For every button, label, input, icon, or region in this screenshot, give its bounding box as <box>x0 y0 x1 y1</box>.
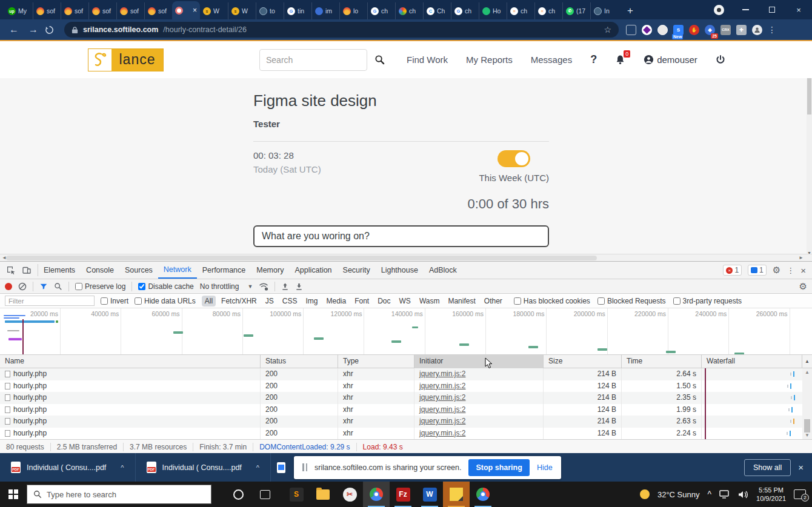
gem-extension-icon[interactable]: ◆25 <box>705 25 715 35</box>
chrome-profile-taskbar-icon[interactable] <box>470 482 496 507</box>
hidden-icons-chevron[interactable]: ^ <box>707 489 711 499</box>
action-center-icon[interactable]: 2 <box>794 489 806 499</box>
browser-tab[interactable]: Gch <box>367 2 395 19</box>
initiator-link[interactable]: jquery.min.js:2 <box>419 368 465 380</box>
taskbar-search[interactable]: Type here to search <box>27 485 211 504</box>
show-all-downloads-button[interactable]: Show all <box>744 459 791 476</box>
chrome-menu-icon[interactable]: ⋮ <box>768 25 776 35</box>
import-har-icon[interactable] <box>281 282 289 291</box>
download-chevron-icon[interactable]: ^ <box>256 464 259 471</box>
user-menu[interactable]: demouser <box>644 55 697 65</box>
gray-extension-icon[interactable] <box>657 25 668 35</box>
new-tab-button[interactable]: + <box>622 2 639 19</box>
back-button[interactable]: ← <box>6 24 22 35</box>
column-header-waterfall[interactable]: Waterfall <box>702 355 802 368</box>
address-bar[interactable]: srilance.softileo.com/hourly-contract-de… <box>64 22 619 38</box>
initiator-link[interactable]: jquery.min.js:2 <box>419 416 465 427</box>
devtools-tab-application[interactable]: Application <box>289 262 337 279</box>
site-search-icon[interactable] <box>374 55 385 65</box>
device-toolbar-icon[interactable] <box>22 265 32 275</box>
stop-sharing-button[interactable]: Stop sharing <box>468 459 529 476</box>
page-vertical-scrollbar[interactable]: ▼ <box>807 78 812 255</box>
chrome-taskbar-icon[interactable] <box>363 482 390 507</box>
browser-tab[interactable]: In <box>590 2 618 19</box>
browser-tab[interactable]: sof <box>33 2 61 19</box>
network-request-row[interactable]: hourly.php200xhrjquery.min.js:2124 B2.24… <box>0 428 812 440</box>
inspect-element-icon[interactable] <box>6 265 16 275</box>
initiator-link[interactable]: jquery.min.js:2 <box>419 380 465 392</box>
column-header-status[interactable]: Status <box>261 355 338 368</box>
browser-tab[interactable]: sof <box>144 2 172 19</box>
working-on-input[interactable] <box>253 225 549 247</box>
devtools-tab-security[interactable]: Security <box>338 262 376 279</box>
browser-profile-icon[interactable] <box>705 0 732 19</box>
filter-chip-all[interactable]: All <box>202 296 216 307</box>
column-header-time[interactable]: Time <box>622 355 702 368</box>
close-button[interactable]: × <box>785 0 812 19</box>
browser-tab[interactable]: Ho <box>479 2 507 19</box>
filter-chip-wasm[interactable]: Wasm <box>416 296 443 307</box>
maximize-button[interactable] <box>759 0 785 19</box>
filter-chip-manifest[interactable]: Manifest <box>445 296 478 307</box>
download-item[interactable]: PDFIndividual ( Consu....pdf^ <box>136 453 271 482</box>
column-header-name[interactable]: Name <box>0 355 261 368</box>
filter-chip-fetch-xhr[interactable]: Fetch/XHR <box>218 296 260 307</box>
browser-tab[interactable]: sof <box>61 2 88 19</box>
weather-text[interactable]: 32°C Sunny <box>657 490 700 499</box>
volume-icon[interactable] <box>738 490 748 499</box>
site-search-input[interactable] <box>259 49 367 71</box>
download-item[interactable]: PDFIndividual ( Consu....pdf^ <box>0 453 136 482</box>
reload-button[interactable] <box>45 25 61 35</box>
network-request-row[interactable]: hourly.php200xhrjquery.min.js:2214 B2.64… <box>0 368 812 380</box>
invert-checkbox[interactable]: Invert <box>101 297 128 305</box>
record-icon[interactable] <box>5 283 12 290</box>
devtools-tab-elements[interactable]: Elements <box>38 262 81 279</box>
document-download-icon[interactable] <box>277 462 285 473</box>
bookmark-star-icon[interactable]: ☆ <box>604 25 611 35</box>
devtools-settings-icon[interactable]: ⚙ <box>773 265 780 276</box>
sublime-text-icon[interactable]: S <box>283 482 310 507</box>
browser-tab[interactable]: ✆(17 <box>562 2 590 19</box>
download-chevron-icon[interactable]: ^ <box>121 464 124 471</box>
start-button[interactable] <box>0 482 27 507</box>
initiator-link[interactable]: jquery.min.js:2 <box>419 404 465 416</box>
network-filter-input[interactable] <box>5 296 95 306</box>
filezilla-icon[interactable]: Fz <box>390 482 416 507</box>
browser-tab[interactable]: Gtin <box>284 2 311 19</box>
weather-sun-icon[interactable] <box>640 489 650 499</box>
devtools-tab-adblock[interactable]: AdBlock <box>424 262 462 279</box>
filter-chip-doc[interactable]: Doc <box>374 296 393 307</box>
close-downloads-icon[interactable]: × <box>798 462 804 472</box>
console-message-badge[interactable]: 1 <box>748 265 767 276</box>
network-overview-timeline[interactable]: 20000 ms40000 ms60000 ms80000 ms100000 m… <box>0 308 812 355</box>
devtools-tab-lighthouse[interactable]: Lighthouse <box>376 262 424 279</box>
network-tray-icon[interactable] <box>719 490 730 499</box>
browser-tab[interactable]: ≡ch <box>534 2 562 19</box>
purple-extension-icon[interactable] <box>642 25 652 35</box>
browser-tab[interactable]: ≡ch <box>507 2 534 19</box>
browser-tab[interactable]: im <box>311 2 339 19</box>
nav-my-reports[interactable]: My Reports <box>466 55 513 65</box>
export-har-icon[interactable] <box>295 282 303 291</box>
minimize-button[interactable] <box>732 0 759 19</box>
adblock-hand-icon[interactable]: ✋ <box>689 25 699 35</box>
forward-button[interactable]: → <box>25 24 41 35</box>
disable-cache-checkbox[interactable]: Disable cache <box>138 282 193 291</box>
clear-icon[interactable] <box>18 282 27 291</box>
clock[interactable]: 5:55 PM 10/9/2021 <box>756 486 786 503</box>
sticky-notes-icon[interactable] <box>443 482 470 507</box>
nav-find-work[interactable]: Find Work <box>407 55 448 65</box>
srilance-logo[interactable]: lance <box>88 48 164 71</box>
devtools-close-icon[interactable]: × <box>800 265 806 276</box>
browser-tab[interactable]: sW <box>200 2 228 19</box>
browser-tab[interactable]: to <box>256 2 284 19</box>
hide-sharing-link[interactable]: Hide <box>537 463 553 472</box>
shield-extension-icon[interactable] <box>626 25 636 35</box>
network-settings-icon[interactable]: ⚙ <box>799 281 807 292</box>
logout-power-icon[interactable] <box>716 55 725 65</box>
browser-tab[interactable]: sW <box>228 2 256 19</box>
page-horizontal-scrollbar[interactable]: ◄ ► <box>0 254 812 261</box>
browser-tab[interactable]: lo <box>339 2 367 19</box>
browser-tab[interactable]: Gch <box>451 2 479 19</box>
s-extension-icon[interactable]: SNew <box>673 25 684 35</box>
